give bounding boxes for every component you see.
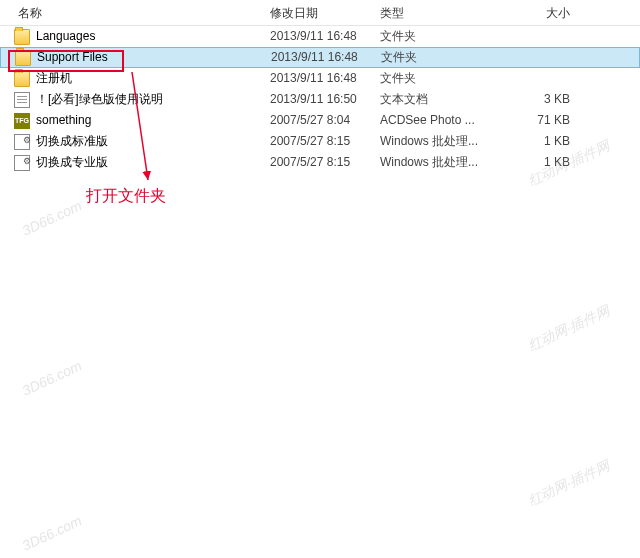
file-date: 2007/5/27 8:04 [270, 110, 380, 131]
folder-icon [15, 50, 31, 66]
file-name: Support Files [37, 47, 108, 68]
folder-icon [14, 29, 30, 45]
file-type: ACDSee Photo ... [380, 110, 490, 131]
file-date: 2013/9/11 16:50 [270, 89, 380, 110]
file-size: 71 KB [490, 110, 590, 131]
file-date: 2013/9/11 16:48 [271, 47, 381, 68]
file-size: 1 KB [490, 131, 590, 152]
column-header-row: 名称 修改日期 类型 大小 [0, 0, 640, 26]
file-row[interactable]: 切换成标准版2007/5/27 8:15Windows 批处理...1 KB [0, 131, 640, 152]
file-name: 切换成专业版 [36, 152, 108, 173]
watermark: 3D66.com [20, 512, 85, 553]
file-type: Windows 批处理... [380, 131, 490, 152]
file-name: Languages [36, 26, 95, 47]
file-date: 2013/9/11 16:48 [270, 68, 380, 89]
file-type: 文本文档 [380, 89, 490, 110]
watermark: 3D66.com [20, 357, 85, 398]
batch-file-icon [14, 134, 30, 150]
text-file-icon [14, 92, 30, 108]
annotation-label: 打开文件夹 [86, 186, 166, 207]
column-header-date[interactable]: 修改日期 [270, 5, 380, 22]
column-header-size[interactable]: 大小 [490, 5, 590, 22]
file-row[interactable]: Support Files2013/9/11 16:48文件夹 [0, 47, 640, 68]
file-type: Windows 批处理... [380, 152, 490, 173]
tfg-icon: TFG [14, 113, 30, 129]
column-header-name[interactable]: 名称 [0, 5, 270, 22]
file-row[interactable]: ！[必看]绿色版使用说明2013/9/11 16:50文本文档3 KB [0, 89, 640, 110]
folder-icon [14, 71, 30, 87]
file-row[interactable]: Languages2013/9/11 16:48文件夹 [0, 26, 640, 47]
batch-file-icon [14, 155, 30, 171]
file-date: 2013/9/11 16:48 [270, 26, 380, 47]
file-type: 文件夹 [380, 26, 490, 47]
watermark: 红动网·插件网 [525, 457, 612, 510]
file-name: something [36, 110, 91, 131]
file-name: ！[必看]绿色版使用说明 [36, 89, 163, 110]
file-date: 2007/5/27 8:15 [270, 131, 380, 152]
file-size: 1 KB [490, 152, 590, 173]
file-row[interactable]: TFGsomething2007/5/27 8:04ACDSee Photo .… [0, 110, 640, 131]
file-date: 2007/5/27 8:15 [270, 152, 380, 173]
watermark: 红动网·插件网 [525, 302, 612, 355]
watermark: 3D66.com [20, 197, 85, 238]
file-row[interactable]: 注册机2013/9/11 16:48文件夹 [0, 68, 640, 89]
column-header-type[interactable]: 类型 [380, 5, 490, 22]
file-name: 切换成标准版 [36, 131, 108, 152]
file-size: 3 KB [490, 89, 590, 110]
file-row[interactable]: 切换成专业版2007/5/27 8:15Windows 批处理...1 KB [0, 152, 640, 173]
file-type: 文件夹 [381, 47, 491, 68]
file-list: Languages2013/9/11 16:48文件夹Support Files… [0, 26, 640, 173]
file-type: 文件夹 [380, 68, 490, 89]
file-name: 注册机 [36, 68, 72, 89]
